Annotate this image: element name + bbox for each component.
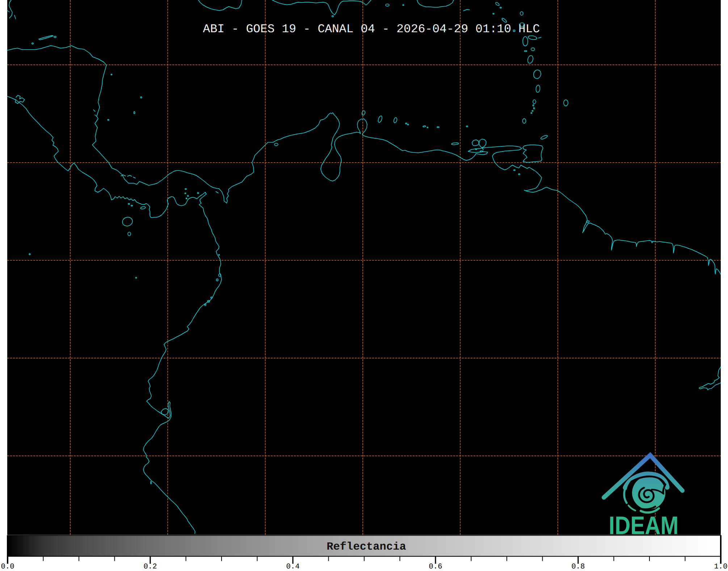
- svg-text:0.0: 0.0: [1, 563, 14, 571]
- svg-text:0.2: 0.2: [144, 563, 157, 571]
- svg-text:ABI - GOES 19 - CANAL 04 - 202: ABI - GOES 19 - CANAL 04 - 2026-04-29 01…: [203, 22, 540, 36]
- svg-text:0.6: 0.6: [429, 563, 442, 571]
- svg-text:0.8: 0.8: [572, 563, 585, 571]
- svg-text:Reflectancia: Reflectancia: [327, 541, 406, 553]
- svg-text:1.0: 1.0: [714, 563, 728, 571]
- svg-text:0.4: 0.4: [286, 563, 300, 571]
